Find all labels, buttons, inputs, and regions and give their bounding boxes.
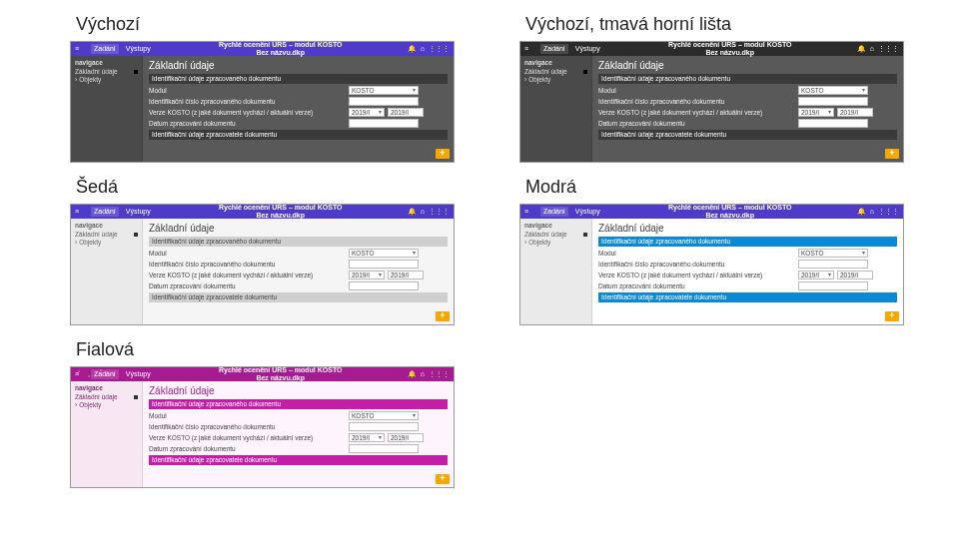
bell-icon[interactable]: 🔔: [408, 45, 417, 53]
grid-icon[interactable]: ⋮⋮⋮: [429, 45, 450, 53]
bell-icon[interactable]: 🔔: [857, 45, 866, 53]
grid-icon[interactable]: ⋮⋮⋮: [878, 45, 899, 53]
tab-zadani[interactable]: Zadání: [91, 44, 119, 54]
add-button[interactable]: +: [436, 149, 450, 159]
section-header-2: Identifikační údaje zpracovatele dokumen…: [598, 292, 897, 302]
home-icon[interactable]: ⌂: [421, 370, 425, 378]
tab-zadani[interactable]: Zadání: [540, 207, 568, 217]
bell-icon[interactable]: 🔔: [408, 370, 417, 378]
select-modul[interactable]: KOSTO▾: [349, 249, 419, 258]
sidebar-item-zakladni[interactable]: Základní údaje: [75, 68, 138, 75]
tab-vystupy[interactable]: Výstupy: [572, 44, 603, 54]
app-subtitle: Bez názvu.dkp: [256, 374, 305, 381]
caption-blue: Modrá: [525, 177, 904, 198]
tab-zadani[interactable]: Zadání: [540, 44, 568, 54]
input-ident[interactable]: [798, 97, 868, 106]
hamburger-icon[interactable]: ≡: [524, 208, 534, 216]
sidebar-item-zakladni[interactable]: Základní údaje: [75, 231, 138, 238]
input-datum[interactable]: [798, 119, 868, 128]
app-title: Rychlé ocenění ÚRS – modul KOSTO: [668, 41, 792, 48]
select-modul[interactable]: KOSTO▾: [798, 86, 868, 95]
input-ident[interactable]: [349, 260, 419, 269]
input-datum[interactable]: [349, 281, 419, 290]
input-ident[interactable]: [349, 422, 419, 431]
label-verze: Verze KOSTO (z jaké dokument vychází / a…: [149, 434, 349, 441]
label-ident: Identifikační číslo zpracovaného dokumen…: [598, 98, 798, 105]
input-ident[interactable]: [798, 260, 868, 269]
section-header-2: Identifikační údaje zpracovatele dokumen…: [149, 130, 448, 140]
label-datum: Datum zpracování dokumentu: [149, 445, 349, 452]
page-title: Základní údaje: [149, 223, 448, 234]
label-modul: Modul: [598, 250, 798, 257]
tab-vystupy[interactable]: Výstupy: [123, 369, 154, 379]
grid-icon[interactable]: ⋮⋮⋮: [429, 208, 450, 216]
select-verze-1[interactable]: 2019/I▾: [798, 271, 834, 280]
section-header-1: Identifikační údaje zpracovaného dokumen…: [598, 74, 897, 84]
hamburger-icon[interactable]: ≡: [75, 208, 85, 216]
nav-title: navigace: [75, 222, 138, 229]
add-button[interactable]: +: [436, 311, 450, 321]
add-button[interactable]: +: [436, 474, 450, 484]
theme-thumb-default: ≡ Zadání Výstupy Rychlé ocenění ÚRS – mo…: [70, 41, 455, 163]
add-button[interactable]: +: [885, 149, 899, 159]
caption-magenta: Fialová: [76, 339, 455, 360]
label-modul: Modul: [598, 87, 798, 94]
sidebar-item-zakladni[interactable]: Základní údaje: [524, 231, 587, 238]
home-icon[interactable]: ⌂: [870, 208, 874, 216]
label-verze: Verze KOSTO (z jaké dokument vychází / a…: [598, 272, 798, 279]
home-icon[interactable]: ⌂: [421, 45, 425, 53]
home-icon[interactable]: ⌂: [421, 208, 425, 216]
bell-icon[interactable]: 🔔: [408, 208, 417, 216]
input-datum[interactable]: [349, 444, 419, 453]
input-datum[interactable]: [798, 281, 868, 290]
grid-icon[interactable]: ⋮⋮⋮: [878, 208, 899, 216]
select-modul[interactable]: KOSTO▾: [349, 86, 419, 95]
topbar: ≡ Zadání Výstupy Rychlé ocenění ÚRS – mo…: [71, 367, 454, 381]
tab-vystupy[interactable]: Výstupy: [572, 207, 603, 217]
sidebar-item-objekty[interactable]: Objekty: [75, 76, 138, 83]
section-header-2: Identifikační údaje zpracovatele dokumen…: [598, 130, 897, 140]
add-button[interactable]: +: [885, 311, 899, 321]
bell-icon[interactable]: 🔔: [857, 208, 866, 216]
main-panel: Základní údaje Identifikační údaje zprac…: [592, 56, 903, 162]
tab-vystupy[interactable]: Výstupy: [123, 44, 154, 54]
sidebar-item-zakladni[interactable]: Základní údaje: [524, 68, 587, 75]
page-title: Základní údaje: [149, 60, 448, 71]
tab-vystupy[interactable]: Výstupy: [123, 207, 154, 217]
sidebar-item-objekty[interactable]: Objekty: [524, 76, 587, 83]
topbar: ≡ Zadání Výstupy Rychlé ocenění ÚRS – mo…: [520, 205, 903, 219]
select-verze-1[interactable]: 2019/I▾: [349, 271, 385, 280]
select-verze-1[interactable]: 2019/I▾: [349, 433, 385, 442]
select-modul[interactable]: KOSTO▾: [349, 411, 419, 420]
active-dot-icon: [583, 70, 587, 74]
app-title: Rychlé ocenění ÚRS – modul KOSTO: [219, 366, 343, 373]
sidebar-item-objekty[interactable]: Objekty: [524, 239, 587, 246]
sidebar-item-zakladni[interactable]: Základní údaje: [75, 393, 138, 400]
chevron-down-icon: ▾: [413, 412, 416, 419]
home-icon[interactable]: ⌂: [870, 45, 874, 53]
label-modul: Modul: [149, 87, 349, 94]
hamburger-icon[interactable]: ≡: [75, 45, 85, 53]
sidebar-item-objekty[interactable]: Objekty: [75, 239, 138, 246]
input-ident[interactable]: [349, 97, 419, 106]
page-title: Základní údaje: [598, 223, 897, 234]
select-verze-1[interactable]: 2019/I▾: [349, 108, 385, 117]
label-datum: Datum zpracování dokumentu: [598, 120, 798, 127]
active-dot-icon: [134, 70, 138, 74]
grid-icon[interactable]: ⋮⋮⋮: [429, 370, 450, 378]
tab-zadani[interactable]: Zadání: [91, 207, 119, 217]
tab-zadani[interactable]: Zadání: [91, 369, 119, 379]
label-ident: Identifikační číslo zpracovaného dokumen…: [149, 261, 349, 268]
select-verze-1[interactable]: 2019/I▾: [798, 108, 834, 117]
select-modul[interactable]: KOSTO▾: [798, 249, 868, 258]
main-panel: Základní údaje Identifikační údaje zprac…: [143, 219, 454, 324]
input-datum[interactable]: [349, 119, 419, 128]
sidebar-item-objekty[interactable]: Objekty: [75, 401, 138, 408]
chevron-down-icon: ▾: [828, 272, 831, 279]
label-ident: Identifikační číslo zpracovaného dokumen…: [149, 423, 349, 430]
section-header-1: Identifikační údaje zpracovaného dokumen…: [598, 237, 897, 247]
hamburger-icon[interactable]: ≡: [75, 370, 85, 378]
readonly-verze-2: 2019/I: [388, 271, 424, 280]
hamburger-icon[interactable]: ≡: [524, 45, 534, 53]
sidebar: navigace Základní údaje Objekty: [520, 56, 592, 162]
